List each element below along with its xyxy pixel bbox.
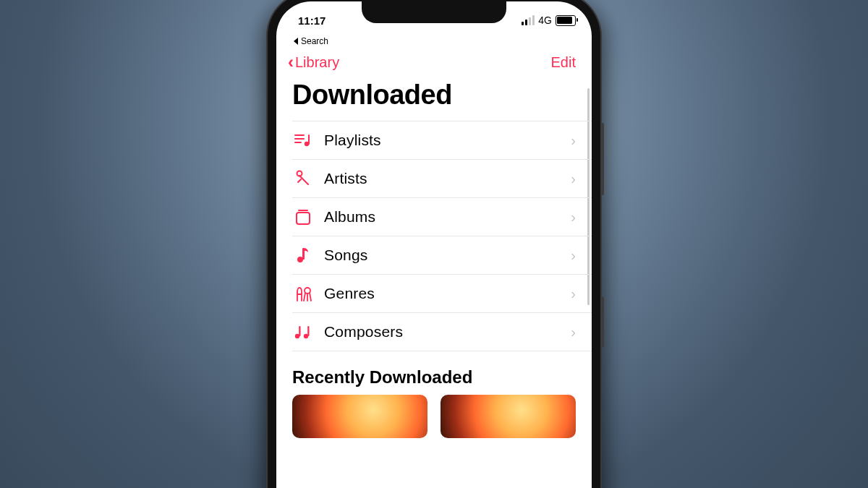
back-to-app[interactable]: Search bbox=[276, 36, 592, 49]
side-button bbox=[600, 123, 604, 195]
svg-rect-12 bbox=[307, 326, 309, 336]
back-library-button[interactable]: ‹ Library bbox=[288, 53, 339, 71]
nav-bar: ‹ Library Edit bbox=[276, 49, 592, 78]
list-item-label: Albums bbox=[324, 208, 571, 226]
list-item-albums[interactable]: Albums › bbox=[292, 198, 592, 236]
chevron-right-icon: › bbox=[571, 171, 576, 187]
back-arrow-icon bbox=[294, 38, 298, 45]
playlists-icon bbox=[292, 131, 314, 150]
back-label: Library bbox=[295, 54, 339, 71]
edit-button[interactable]: Edit bbox=[551, 54, 576, 71]
svg-point-6 bbox=[297, 257, 303, 262]
screen: 11:17 4G Search ‹ Library Edit Downloade… bbox=[276, 1, 592, 488]
notch bbox=[362, 1, 506, 23]
network-label: 4G bbox=[538, 14, 552, 26]
chevron-right-icon: › bbox=[571, 286, 576, 302]
power-button bbox=[600, 296, 604, 347]
svg-rect-5 bbox=[297, 213, 310, 224]
recently-downloaded-header: Recently Downloaded bbox=[276, 351, 592, 395]
chevron-right-icon: › bbox=[571, 209, 576, 226]
page-title: Downloaded bbox=[276, 78, 592, 116]
downloaded-list: Playlists › Artists › bbox=[276, 121, 592, 351]
svg-rect-10 bbox=[299, 326, 300, 336]
genres-icon bbox=[292, 284, 314, 303]
chevron-right-icon: › bbox=[571, 324, 576, 341]
status-right: 4G bbox=[522, 14, 576, 26]
list-item-artists[interactable]: Artists › bbox=[292, 160, 592, 198]
phone-frame: 11:17 4G Search ‹ Library Edit Downloade… bbox=[268, 0, 600, 488]
album-thumbnail[interactable] bbox=[441, 395, 576, 438]
chevron-right-icon: › bbox=[571, 247, 576, 264]
list-item-label: Composers bbox=[324, 323, 571, 341]
list-item-songs[interactable]: Songs › bbox=[292, 236, 592, 275]
svg-rect-7 bbox=[302, 248, 305, 260]
list-item-label: Songs bbox=[324, 247, 571, 264]
battery-icon bbox=[556, 15, 576, 26]
status-time: 11:17 bbox=[298, 14, 326, 27]
songs-icon bbox=[292, 246, 314, 265]
list-item-genres[interactable]: Genres › bbox=[292, 275, 592, 313]
signal-icon bbox=[522, 15, 535, 25]
list-item-composers[interactable]: Composers › bbox=[292, 313, 592, 351]
recently-downloaded-row bbox=[276, 395, 592, 438]
composers-icon bbox=[292, 322, 314, 341]
chevron-left-icon: ‹ bbox=[288, 53, 294, 71]
chevron-right-icon: › bbox=[571, 132, 576, 149]
albums-icon bbox=[292, 207, 314, 226]
list-item-playlists[interactable]: Playlists › bbox=[292, 121, 592, 160]
album-thumbnail[interactable] bbox=[292, 395, 427, 438]
back-to-app-label: Search bbox=[301, 36, 328, 46]
list-item-label: Playlists bbox=[324, 132, 571, 149]
list-item-label: Genres bbox=[324, 285, 571, 302]
list-item-label: Artists bbox=[324, 170, 571, 187]
artists-icon bbox=[292, 169, 314, 188]
